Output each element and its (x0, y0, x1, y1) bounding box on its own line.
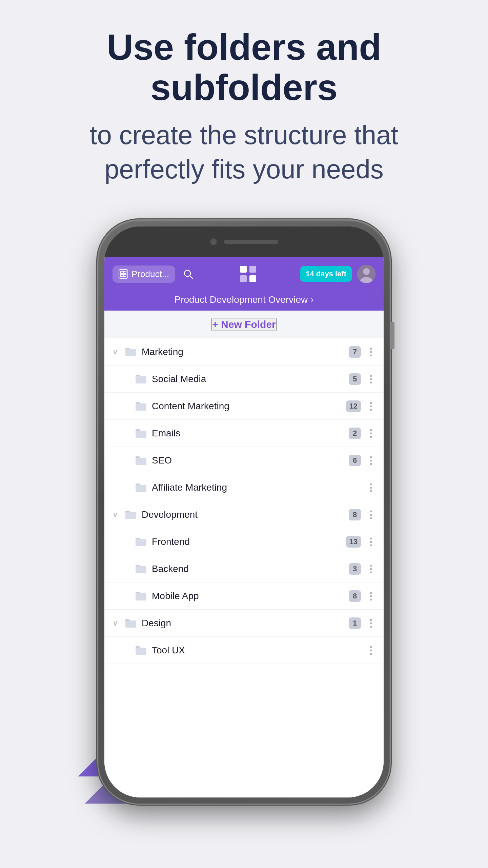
phone-camera (210, 238, 217, 245)
more-icon[interactable]: ⋮ (366, 644, 375, 656)
svg-rect-8 (240, 275, 247, 282)
folder-count: 3 (349, 563, 361, 575)
app-logo (201, 263, 295, 285)
workspace-icon (119, 269, 128, 279)
more-icon[interactable]: ⋮ (366, 373, 375, 385)
user-avatar[interactable] (357, 265, 375, 283)
folder-icon (135, 428, 147, 438)
folder-name: Backend (152, 564, 349, 574)
phone-speaker (224, 240, 278, 244)
folder-icon (135, 482, 147, 493)
folder-name: Design (142, 618, 349, 629)
folder-item-backend[interactable]: Backend 3 ⋮ (104, 555, 384, 583)
more-icon[interactable]: ⋮ (366, 454, 375, 466)
folder-name: SEO (152, 455, 349, 466)
folder-count: 2 (349, 428, 361, 439)
headline-section: Use folders and subfolders to create the… (0, 0, 488, 207)
folder-count: 6 (349, 455, 361, 466)
folder-count: 5 (349, 373, 361, 385)
folder-name: Emails (152, 428, 349, 439)
more-icon[interactable]: ⋮ (366, 346, 375, 358)
more-icon[interactable]: ⋮ (366, 509, 375, 520)
folder-icon (135, 591, 147, 601)
folder-count: 1 (349, 617, 361, 629)
svg-line-5 (190, 276, 192, 278)
app-header: Product... (104, 257, 384, 291)
folder-item-social-media[interactable]: Social Media 5 ⋮ (104, 366, 384, 393)
chevron-icon: ∨ (113, 619, 123, 628)
more-icon[interactable]: ⋮ (366, 427, 375, 439)
svg-rect-2 (121, 274, 123, 277)
svg-rect-6 (240, 266, 247, 273)
folder-item-frontend[interactable]: Frontend 13 ⋮ (104, 528, 384, 555)
app-screen: Product... (104, 257, 384, 797)
folder-name: Tool UX (152, 645, 366, 656)
svg-rect-0 (121, 271, 123, 274)
phone-top-bar (104, 226, 384, 257)
folder-icon (125, 510, 137, 520)
svg-rect-3 (124, 274, 126, 277)
new-folder-button[interactable]: + New Folder (211, 318, 277, 331)
folder-name: Affiliate Marketing (152, 482, 366, 493)
more-icon[interactable]: ⋮ (366, 481, 375, 493)
headline-sub: to create the structure thatperfectly fi… (41, 118, 447, 187)
workspace-button[interactable]: Product... (113, 265, 175, 283)
folder-name: Frontend (152, 536, 346, 547)
folder-name: Mobile App (152, 591, 349, 601)
more-icon[interactable]: ⋮ (366, 590, 375, 602)
folder-item-tool-ux[interactable]: Tool UX ⋮ (104, 637, 384, 664)
folder-item-mobile-app[interactable]: Mobile App 8 ⋮ (104, 583, 384, 610)
folder-item-affiliate-marketing[interactable]: Affiliate Marketing ⋮ (104, 474, 384, 501)
folder-icon (135, 401, 147, 411)
folder-name: Marketing (142, 347, 349, 357)
folder-icon (135, 564, 147, 574)
more-icon[interactable]: ⋮ (366, 536, 375, 548)
folder-icon (135, 374, 147, 384)
trial-badge[interactable]: 14 days left (300, 266, 352, 282)
new-folder-bar: + New Folder (104, 311, 384, 338)
phone-mockup: Product... (98, 220, 390, 804)
breadcrumb-text: Product Development Overview (174, 294, 308, 305)
svg-point-11 (363, 268, 370, 275)
folder-count: 13 (346, 536, 361, 548)
folder-name: Development (142, 509, 349, 520)
more-icon[interactable]: ⋮ (366, 617, 375, 629)
svg-rect-9 (249, 275, 256, 282)
folder-count: 8 (349, 590, 361, 602)
folder-icon (135, 537, 147, 547)
search-button[interactable] (181, 267, 196, 281)
folder-count: 7 (349, 346, 361, 358)
folder-item-design[interactable]: ∨ Design 1 ⋮ (104, 610, 384, 637)
breadcrumb-bar: Product Development Overview › (104, 291, 384, 311)
folder-count: 12 (346, 400, 361, 412)
folder-item-seo[interactable]: SEO 6 ⋮ (104, 447, 384, 474)
folder-item-development[interactable]: ∨ Development 8 ⋮ (104, 501, 384, 528)
folder-count: 8 (349, 509, 361, 520)
folder-icon (135, 455, 147, 466)
headline-bold: Use folders and subfolders (41, 27, 447, 108)
folder-item-marketing[interactable]: ∨ Marketing 7 ⋮ (104, 338, 384, 366)
workspace-label: Product... (131, 269, 169, 279)
folder-name: Content Marketing (152, 401, 346, 412)
folder-icon (125, 618, 137, 628)
phone-shell: Product... (98, 220, 390, 804)
folder-item-emails[interactable]: Emails 2 ⋮ (104, 420, 384, 447)
more-icon[interactable]: ⋮ (366, 563, 375, 575)
breadcrumb-arrow-icon: › (310, 294, 313, 305)
phone-inner: Product... (104, 226, 384, 797)
chevron-icon: ∨ (113, 348, 123, 356)
svg-rect-7 (249, 266, 256, 273)
folder-name: Social Media (152, 374, 349, 384)
folder-item-content-marketing[interactable]: Content Marketing 12 ⋮ (104, 393, 384, 420)
chevron-icon: ∨ (113, 510, 123, 519)
folder-list: ∨ Marketing 7 ⋮ Social Media 5 ⋮ (104, 338, 384, 797)
more-icon[interactable]: ⋮ (366, 400, 375, 412)
folder-icon (125, 347, 137, 357)
svg-rect-1 (124, 271, 126, 274)
folder-icon (135, 645, 147, 655)
